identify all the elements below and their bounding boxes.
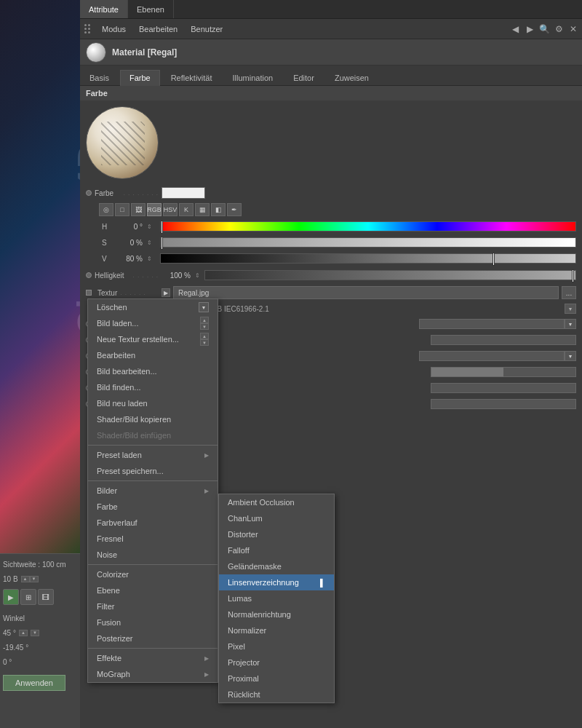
loeschen-arrow[interactable]: ▼ — [199, 302, 209, 312]
winkel-down[interactable]: ▼ — [31, 630, 39, 636]
tab-editor[interactable]: Editor — [284, 70, 324, 86]
color-tool-dropper[interactable]: ✒ — [227, 203, 242, 216]
menu-fusion[interactable]: Fusion — [88, 614, 218, 630]
menu-bild-finden[interactable]: Bild finden... — [88, 379, 218, 395]
filesize-down[interactable]: ▼ — [30, 576, 39, 582]
textur-expand[interactable]: ▶ — [162, 288, 170, 297]
sub-linsenverzeichnung[interactable]: Linsenverzeichnung ▌ — [219, 574, 334, 590]
color-tool-k[interactable]: K — [179, 203, 194, 216]
menu-posterizer[interactable]: Posterizer — [88, 630, 218, 646]
helligkeit-arrow[interactable]: ⇕ — [195, 272, 200, 279]
menu-loeschen[interactable]: Löschen ▼ — [88, 299, 218, 315]
h-arrow[interactable]: ⇕ — [147, 223, 156, 230]
film-icon[interactable]: 🎞 — [38, 589, 54, 605]
neue-textur-up[interactable]: ▲ — [200, 333, 209, 339]
sub-normalenrichtung[interactable]: Normalenrichtung — [219, 606, 334, 622]
menu-preset-speichern[interactable]: Preset speichern... — [88, 463, 218, 479]
neue-textur-down[interactable]: ▼ — [200, 339, 209, 346]
menu-bilder[interactable]: Bilder — [88, 483, 218, 499]
bild-laden-up[interactable]: ▲ — [200, 317, 209, 323]
helligkeit-slider[interactable] — [204, 270, 576, 280]
search-icon[interactable]: 🔍 — [538, 23, 550, 35]
v-slider-track[interactable] — [160, 253, 576, 264]
sub-proximal[interactable]: Proximal — [219, 670, 334, 687]
sub-ambient-occlusion[interactable]: Ambient Occlusion — [219, 494, 334, 510]
menu-modus[interactable]: Modus — [96, 23, 132, 36]
play-icon[interactable]: ▶ — [3, 589, 19, 605]
modell-bar[interactable] — [419, 351, 565, 361]
winkel-up[interactable]: ▲ — [19, 630, 28, 636]
diffuse-starke-bar[interactable] — [431, 383, 576, 393]
arrow-left-icon[interactable]: ◀ — [509, 23, 521, 35]
sub-projector[interactable]: Projector — [219, 654, 334, 670]
sub-chanlum[interactable]: ChanLum — [219, 510, 334, 526]
sub-pixel[interactable]: Pixel — [219, 638, 334, 654]
menu-farbe[interactable]: Farbe — [88, 499, 218, 515]
menu-ebene[interactable]: Ebene — [88, 582, 218, 598]
sub-normalizer[interactable]: Normalizer — [219, 622, 334, 638]
mischmodus-bar[interactable] — [419, 319, 565, 329]
raugigkeit-bar[interactable] — [431, 399, 576, 409]
s-arrow[interactable]: ⇕ — [147, 240, 156, 246]
color-swatch[interactable] — [162, 187, 205, 199]
mischmodus-dropdown[interactable]: ▼ — [565, 319, 576, 329]
close-icon[interactable]: ✕ — [567, 23, 579, 35]
color-tool-mix[interactable]: ◧ — [211, 203, 226, 216]
bild-laden-down[interactable]: ▼ — [200, 323, 209, 330]
menu-fresnel[interactable]: Fresnel — [88, 531, 218, 547]
color-tool-square[interactable]: □ — [115, 203, 129, 216]
tab-zuweisen[interactable]: Zuweisen — [325, 70, 378, 86]
menu-shader-einfuegen[interactable]: Shader/Bild einfügen — [88, 427, 218, 443]
color-tool-image[interactable]: 🖼 — [131, 203, 146, 216]
menu-preset-laden[interactable]: Preset laden — [88, 447, 218, 463]
h-value[interactable]: 0 ° — [116, 223, 143, 231]
menu-shader-kopieren[interactable]: Shader/Bild kopieren — [88, 411, 218, 427]
arrow-right-icon[interactable]: ▶ — [524, 23, 535, 35]
color-tool-circle[interactable]: ◎ — [99, 203, 113, 216]
helligkeit-radio[interactable] — [86, 272, 92, 278]
sub-rucklicht[interactable]: Rücklicht — [219, 687, 334, 703]
tab-farbe[interactable]: Farbe — [120, 70, 160, 86]
tab-basis[interactable]: Basis — [80, 70, 119, 86]
menu-bearbeiten[interactable]: Bearbeiten — [88, 347, 218, 363]
sub-distorter[interactable]: Distorter — [219, 526, 334, 542]
s-value[interactable]: 0 % — [116, 239, 143, 247]
menu-effekte[interactable]: Effekte — [88, 650, 218, 666]
menu-mograph[interactable]: MoGraph — [88, 666, 218, 682]
menu-bild-laden[interactable]: Bild laden... ▲ ▼ — [88, 315, 218, 331]
color-tool-hsv[interactable]: HSV — [163, 203, 178, 216]
diffuse-abnahme-bar[interactable] — [431, 367, 576, 377]
sub-falloff[interactable]: Falloff — [219, 542, 334, 558]
color-tool-rgb[interactable]: RGB — [147, 203, 162, 216]
modell-dropdown[interactable]: ▼ — [565, 351, 576, 361]
menu-noise[interactable]: Noise — [88, 547, 218, 563]
tab-illumination[interactable]: Illumination — [223, 70, 283, 86]
menu-farbverlauf[interactable]: Farbverlauf — [88, 515, 218, 531]
menu-bild-neu-laden[interactable]: Bild neu laden — [88, 395, 218, 411]
menu-bild-bearbeiten[interactable]: Bild bearbeiten... — [88, 363, 218, 379]
tab-reflektivitaet[interactable]: Reflektivität — [162, 70, 222, 86]
s-slider-track[interactable] — [160, 237, 576, 248]
color-tool-palette[interactable]: ▦ — [195, 203, 210, 216]
farbe-radio[interactable] — [86, 190, 92, 196]
textur-filename[interactable]: Regal.jpg — [173, 286, 559, 299]
menu-bearbeiten[interactable]: Bearbeiten — [133, 23, 183, 36]
h-slider-track[interactable] — [160, 221, 576, 232]
sub-gelaendemaske[interactable]: Geländemaske — [219, 558, 334, 574]
tab-attribute[interactable]: Attribute — [80, 0, 128, 18]
sub-lumas[interactable]: Lumas — [219, 590, 334, 606]
anwenden-button[interactable]: Anwenden — [3, 675, 65, 691]
filesize-up[interactable]: ▲ — [21, 576, 30, 582]
menu-filter[interactable]: Filter — [88, 598, 218, 614]
settings-icon[interactable]: ⚙ — [553, 23, 565, 35]
textur-options-button[interactable]: ... — [562, 286, 576, 299]
menu-neue-textur[interactable]: Neue Textur erstellen... ▲ ▼ — [88, 331, 218, 347]
tab-ebenen[interactable]: Ebenen — [128, 0, 174, 18]
grid-icon[interactable]: ⊞ — [20, 589, 36, 605]
v-value[interactable]: 80 % — [116, 255, 143, 263]
menu-benutzer[interactable]: Benutzer — [185, 23, 228, 36]
helligkeit-value[interactable]: 100 % — [162, 272, 191, 280]
menu-colorizer[interactable]: Colorizer — [88, 566, 218, 582]
v-arrow[interactable]: ⇕ — [147, 256, 156, 262]
bearbeiten-dropdown[interactable]: ▼ — [565, 304, 576, 314]
